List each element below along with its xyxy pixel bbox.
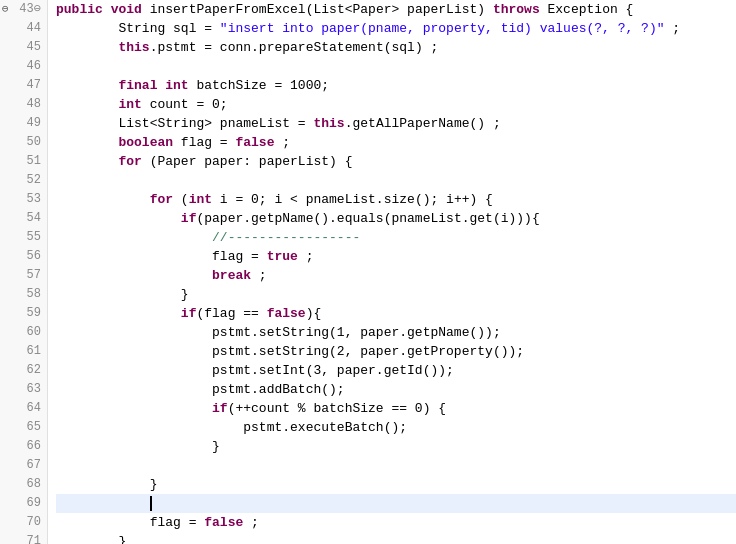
- code-line-52: [56, 171, 736, 190]
- indent: [56, 494, 150, 513]
- token-comment: //-----------------: [212, 228, 360, 247]
- code-line-68: }: [56, 475, 736, 494]
- token-plain: ;: [243, 513, 259, 532]
- token-kw2: int: [118, 95, 141, 114]
- code-line-53: for (int i = 0; i < pnameList.size(); i+…: [56, 190, 736, 209]
- line-number-58: 58: [0, 285, 47, 304]
- indent: [56, 228, 212, 247]
- token-plain: count = 0;: [142, 95, 228, 114]
- code-line-55: //-----------------: [56, 228, 736, 247]
- line-num-text: 48: [27, 95, 41, 114]
- code-area[interactable]: public void insertPaperFromExcel(List<Pa…: [48, 0, 736, 544]
- line-num-text: 50: [27, 133, 41, 152]
- token-plain: [157, 76, 165, 95]
- token-plain: flag =: [150, 513, 205, 532]
- line-number-51: 51: [0, 152, 47, 171]
- code-line-46: [56, 57, 736, 76]
- token-plain: }: [212, 437, 220, 456]
- fold-icon[interactable]: ⊖: [2, 0, 9, 19]
- line-num-text: 66: [27, 437, 41, 456]
- text-cursor: [150, 496, 152, 511]
- line-num-text: 63: [27, 380, 41, 399]
- line-number-63: 63: [0, 380, 47, 399]
- indent: [56, 114, 118, 133]
- token-kw2: if: [181, 304, 197, 323]
- indent: [56, 19, 118, 38]
- line-num-text: 61: [27, 342, 41, 361]
- token-plain: Exception {: [540, 0, 634, 19]
- line-number-48: 48: [0, 95, 47, 114]
- code-line-45: this.pstmt = conn.prepareStatement(sql) …: [56, 38, 736, 57]
- indent: [56, 266, 212, 285]
- token-plain: ;: [251, 266, 267, 285]
- line-number-61: 61: [0, 342, 47, 361]
- token-plain: pstmt.executeBatch();: [243, 418, 407, 437]
- line-number-43⊖: ⊖43⊖: [0, 0, 47, 19]
- token-plain: insertPaperFromExcel(List<Paper> paperLi…: [142, 0, 493, 19]
- code-line-67: [56, 456, 736, 475]
- token-plain: pstmt.setString(2, paper.getProperty());: [212, 342, 524, 361]
- indent: [56, 437, 212, 456]
- line-num-text: 56: [27, 247, 41, 266]
- line-number-64: 64: [0, 399, 47, 418]
- line-number-52: 52: [0, 171, 47, 190]
- indent: [56, 399, 212, 418]
- indent: [56, 475, 150, 494]
- indent: [56, 209, 181, 228]
- line-num-text: 55: [27, 228, 41, 247]
- code-line-65: pstmt.executeBatch();: [56, 418, 736, 437]
- token-plain: (++count % batchSize == 0) {: [228, 399, 446, 418]
- token-plain: (flag ==: [196, 304, 266, 323]
- code-line-71: }: [56, 532, 736, 544]
- code-line-66: }: [56, 437, 736, 456]
- code-line-48: int count = 0;: [56, 95, 736, 114]
- token-plain: flag =: [173, 133, 235, 152]
- token-kw2: if: [181, 209, 197, 228]
- indent: [56, 532, 118, 544]
- code-line-63: pstmt.addBatch();: [56, 380, 736, 399]
- token-kw2: break: [212, 266, 251, 285]
- token-kw2: int: [165, 76, 188, 95]
- indent: [56, 285, 181, 304]
- indent: [56, 152, 118, 171]
- token-plain: ;: [274, 133, 290, 152]
- line-num-text: 65: [27, 418, 41, 437]
- line-num-text: 52: [27, 171, 41, 190]
- line-number-56: 56: [0, 247, 47, 266]
- line-number-45: 45: [0, 38, 47, 57]
- line-num-text: 47: [27, 76, 41, 95]
- indent: [56, 380, 212, 399]
- line-num-text: 60: [27, 323, 41, 342]
- token-plain: }: [181, 285, 189, 304]
- token-plain: }: [118, 532, 126, 544]
- indent: [56, 418, 243, 437]
- line-number-66: 66: [0, 437, 47, 456]
- code-line-70: flag = false ;: [56, 513, 736, 532]
- token-plain: .getAllPaperName() ;: [345, 114, 501, 133]
- line-number-53: 53: [0, 190, 47, 209]
- token-kw2: if: [212, 399, 228, 418]
- token-plain: ;: [298, 247, 314, 266]
- line-number-54: 54: [0, 209, 47, 228]
- token-kw2: boolean: [118, 133, 173, 152]
- line-num-text: 53: [27, 190, 41, 209]
- line-number-69: 69: [0, 494, 47, 513]
- line-number-70: 70: [0, 513, 47, 532]
- token-plain: (: [173, 190, 189, 209]
- line-num-text: 54: [27, 209, 41, 228]
- code-line-60: pstmt.setString(1, paper.getpName());: [56, 323, 736, 342]
- line-num-text: 44: [27, 19, 41, 38]
- line-num-text: 57: [27, 266, 41, 285]
- token-kw2: void: [111, 0, 142, 19]
- code-line-62: pstmt.setInt(3, paper.getId());: [56, 361, 736, 380]
- line-number-62: 62: [0, 361, 47, 380]
- line-number-68: 68: [0, 475, 47, 494]
- code-line-50: boolean flag = false ;: [56, 133, 736, 152]
- line-number-46: 46: [0, 57, 47, 76]
- token-plain: String sql =: [118, 19, 219, 38]
- line-number-55: 55: [0, 228, 47, 247]
- line-num-text: 69: [27, 494, 41, 513]
- indent: [56, 513, 150, 532]
- indent: [56, 76, 118, 95]
- token-kw2: false: [204, 513, 243, 532]
